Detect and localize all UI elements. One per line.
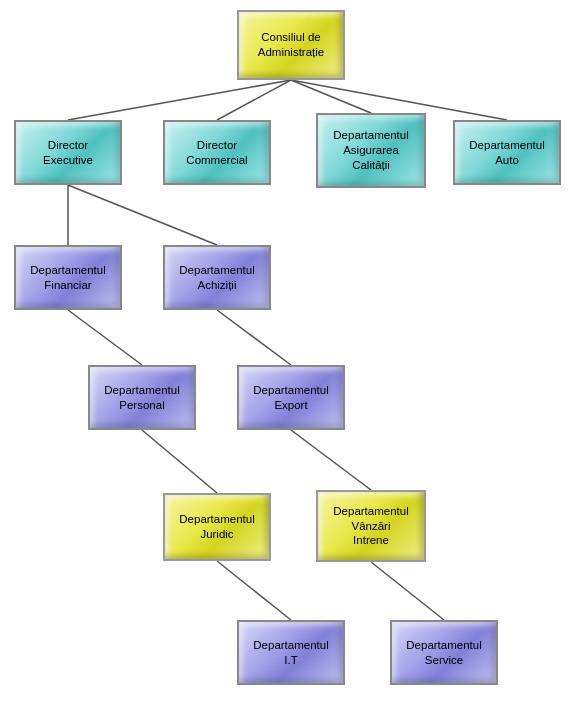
box-dept-financiar: DepartamentulFinanciar — [14, 245, 122, 310]
svg-line-5 — [68, 185, 217, 245]
box-dept-achizitii: DepartamentulAchiziții — [163, 245, 271, 310]
box-consiliu: Consiliul deAdministrație — [237, 10, 345, 80]
svg-line-8 — [142, 430, 217, 493]
svg-line-10 — [217, 561, 291, 620]
connectors — [0, 0, 582, 714]
box-dept-vanzari: DepartamentulVânzăriIntrene — [316, 490, 426, 562]
box-dept-juridic: DepartamentulJuridic — [163, 493, 271, 561]
box-dept-personal: DepartamentulPersonal — [88, 365, 196, 430]
box-dept-asigurarea: DepartamentulAsigurareaCalității — [316, 113, 426, 188]
box-director-exec: DirectorExecutive — [14, 120, 122, 185]
org-chart: Consiliul deAdministrațieDirectorExecuti… — [0, 0, 582, 714]
box-dept-export: DepartamentulExport — [237, 365, 345, 430]
svg-line-1 — [217, 80, 291, 120]
svg-line-11 — [371, 562, 444, 620]
box-dept-auto: DepartamentulAuto — [453, 120, 561, 185]
svg-line-7 — [217, 310, 291, 365]
svg-line-0 — [68, 80, 291, 120]
box-director-comm: DirectorCommercial — [163, 120, 271, 185]
box-dept-it: DepartamentulI.T — [237, 620, 345, 685]
svg-line-6 — [68, 310, 142, 365]
box-dept-service: DepartamentulService — [390, 620, 498, 685]
svg-line-2 — [291, 80, 371, 113]
svg-line-9 — [291, 430, 371, 490]
